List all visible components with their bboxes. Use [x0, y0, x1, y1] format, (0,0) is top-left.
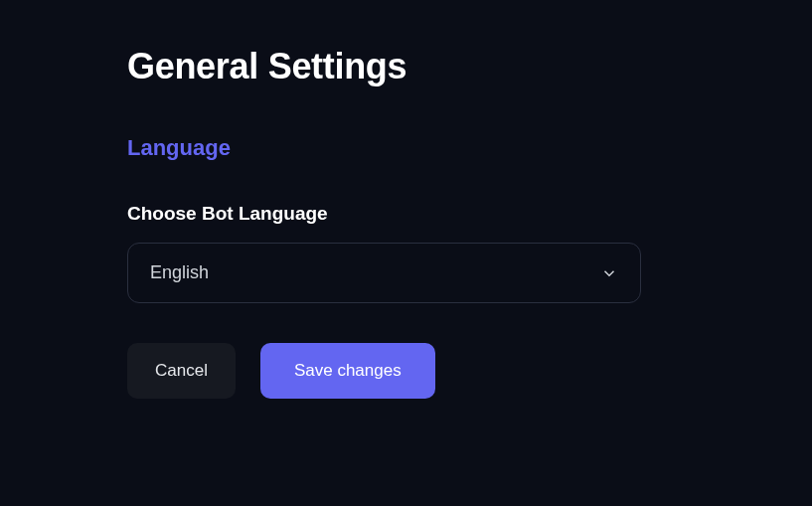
language-field-label: Choose Bot Language [127, 203, 685, 225]
action-buttons: Cancel Save changes [127, 343, 685, 399]
page-title: General Settings [127, 46, 685, 87]
cancel-button[interactable]: Cancel [127, 343, 236, 399]
chevron-down-icon [600, 264, 618, 282]
language-selected-value: English [150, 262, 209, 283]
save-button[interactable]: Save changes [260, 343, 435, 399]
language-select[interactable]: English [127, 243, 641, 303]
section-heading-language: Language [127, 135, 685, 161]
